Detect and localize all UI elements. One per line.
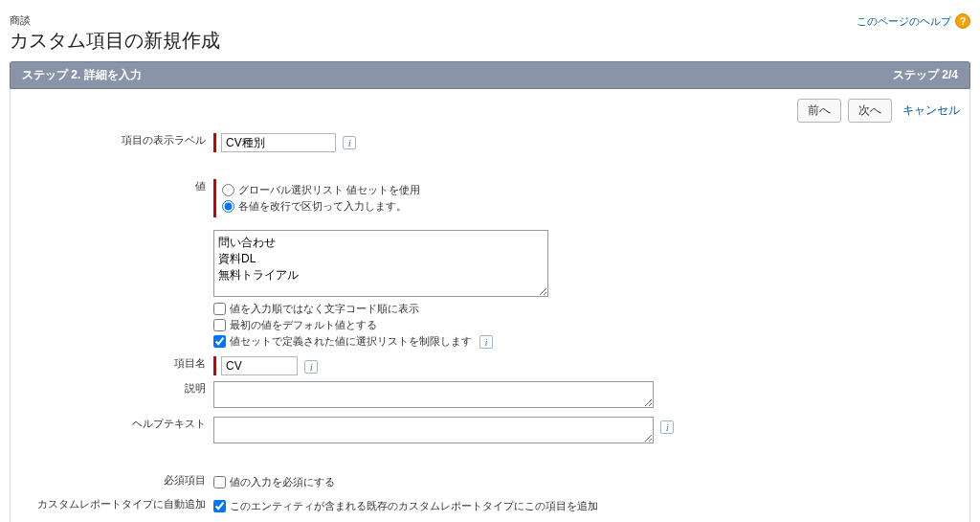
- label-values: 値: [195, 180, 206, 192]
- checkbox-auto-add-report[interactable]: [213, 500, 226, 512]
- label-required: 必須項目: [164, 474, 206, 486]
- checkbox-auto-add-report-label: このエンティティが含まれる既存のカスタムレポートタイプにこの項目を追加: [230, 499, 598, 513]
- checkbox-sort-label: 値を入力順ではなく文字コード順に表示: [230, 302, 419, 316]
- label-description: 説明: [185, 382, 206, 394]
- checkbox-sort-by-code[interactable]: [213, 303, 226, 315]
- info-icon[interactable]: i: [343, 136, 356, 149]
- info-icon[interactable]: i: [660, 420, 674, 434]
- page-help-link[interactable]: このページのヘルプ: [857, 14, 951, 29]
- radio-each-label: 各値を改行で区切って入力します。: [238, 199, 407, 214]
- checkbox-required-label: 値の入力を必須にする: [230, 475, 335, 489]
- cancel-link[interactable]: キャンセル: [902, 103, 960, 117]
- label-field-label: 項目の表示ラベル: [122, 134, 206, 146]
- checkbox-first-default-label: 最初の値をデフォルト値とする: [230, 318, 377, 332]
- radio-global-valueset[interactable]: [222, 184, 234, 196]
- label-field-name: 項目名: [174, 357, 206, 369]
- step-bar-left: ステップ 2. 詳細を入力: [22, 67, 142, 83]
- radio-global-label: グローバル選択リスト 値セットを使用: [238, 183, 420, 197]
- prev-button[interactable]: 前へ: [797, 99, 841, 123]
- page-context: 商談: [10, 13, 220, 28]
- field-name-input[interactable]: [221, 356, 298, 375]
- page-title: カスタム項目の新規作成: [10, 28, 220, 54]
- top-button-row: 前へ 次へ キャンセル: [18, 95, 962, 130]
- checkbox-restrict-label: 値セットで定義された値に選択リストを制限します: [230, 334, 472, 349]
- step-bar: ステップ 2. 詳細を入力 ステップ 2/4: [10, 61, 970, 89]
- step-bar-right: ステップ 2/4: [893, 67, 958, 83]
- checkbox-first-default[interactable]: [213, 319, 226, 331]
- label-help-text: ヘルプテキスト: [132, 418, 206, 429]
- help-icon[interactable]: ?: [955, 13, 970, 29]
- info-icon[interactable]: i: [479, 335, 493, 349]
- values-textarea[interactable]: [213, 230, 548, 297]
- info-icon[interactable]: i: [304, 360, 318, 374]
- label-auto-add-report: カスタムレポートタイプに自動追加: [37, 498, 206, 510]
- next-button[interactable]: 次へ: [848, 99, 892, 123]
- checkbox-restrict-valueset[interactable]: [213, 335, 226, 348]
- radio-enter-each-value[interactable]: [222, 200, 234, 213]
- checkbox-required[interactable]: [213, 476, 226, 488]
- field-label-input[interactable]: [221, 133, 336, 152]
- help-text-textarea[interactable]: [213, 417, 654, 443]
- description-textarea[interactable]: [213, 381, 654, 408]
